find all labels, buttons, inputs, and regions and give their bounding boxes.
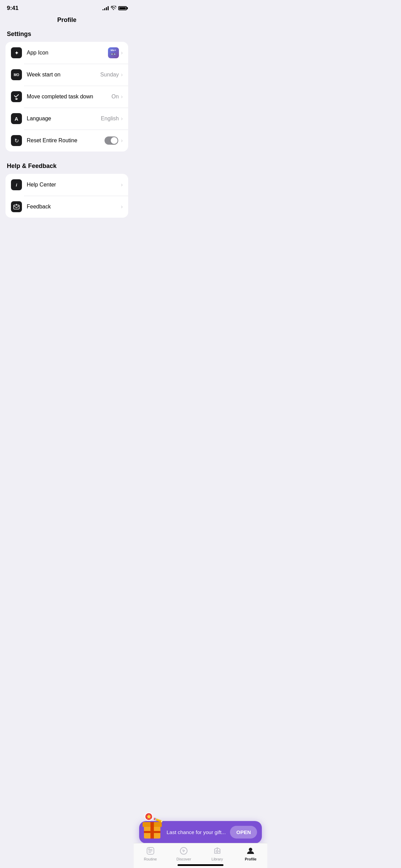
reset-routine-icon [11,135,22,146]
check-down-icon [13,94,20,100]
help-center-label: Help Center [27,182,121,188]
help-card: i Help Center › Feedback › [5,174,128,218]
week-start-row[interactable]: MO Week start on Sunday › [5,64,128,86]
page-header: Profile [0,14,134,28]
move-completed-row[interactable]: Move completed task down On › [5,86,128,108]
move-completed-value: On [111,94,119,100]
help-section-heading: Help & Feedback [0,160,134,174]
move-completed-icon [11,91,22,102]
help-center-row[interactable]: i Help Center › [5,174,128,196]
language-icon [11,113,22,124]
app-icon-preview: Me+ 👓 [108,47,119,58]
toggle-container [105,136,118,145]
page-title: Profile [57,16,76,23]
help-section: Help & Feedback i Help Center › [0,160,134,218]
move-completed-label: Move completed task down [27,94,111,100]
week-start-icon: MO [11,69,22,80]
reset-routine-label: Reset Entire Routine [27,137,105,144]
settings-section-heading: Settings [0,28,134,42]
info-icon: i [16,182,17,188]
signal-icon [102,6,109,10]
chevron-icon: › [121,137,123,144]
chevron-icon: › [121,94,123,100]
help-center-icon: i [11,179,22,190]
language-label: Language [27,116,101,122]
settings-card: App Icon Me+ 👓 › MO Week start on Sunday… [5,42,128,152]
feedback-row[interactable]: Feedback › [5,196,128,218]
status-icons [102,5,127,11]
reset-routine-row[interactable]: Reset Entire Routine › [5,130,128,152]
chevron-icon: › [121,204,123,210]
app-icon-icon [11,47,22,58]
language-row[interactable]: Language English › [5,108,128,130]
toggle-thumb [111,137,118,144]
status-bar: 9:41 [0,0,134,14]
battery-icon [118,6,127,10]
reset-routine-toggle[interactable] [105,136,118,145]
chevron-icon: › [121,50,123,56]
chevron-icon: › [121,72,123,78]
app-icon-label: App Icon [27,50,108,56]
svg-rect-0 [14,205,19,209]
sparkle-icon [14,50,19,56]
chevron-icon: › [121,182,123,188]
chevron-icon: › [121,116,123,122]
feedback-label: Feedback [27,204,121,210]
mail-icon [13,204,20,209]
week-start-value: Sunday [100,72,119,78]
language-value: English [101,116,119,122]
wifi-icon [111,5,116,11]
app-icon-row[interactable]: App Icon Me+ 👓 › [5,42,128,64]
feedback-icon [11,201,22,212]
week-start-label: Week start on [27,72,100,78]
status-time: 9:41 [7,5,19,12]
